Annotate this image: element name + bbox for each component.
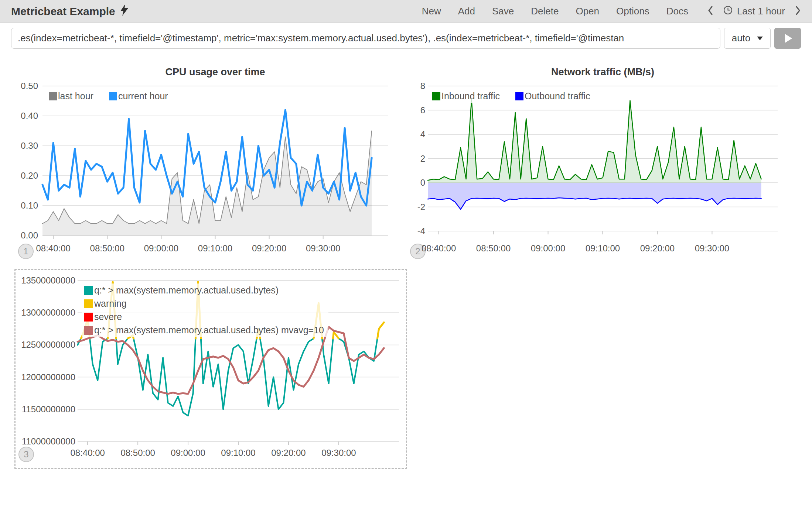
- time-forward-chevron-icon[interactable]: [795, 6, 801, 17]
- legend-item[interactable]: warning: [84, 298, 324, 309]
- open-button[interactable]: Open: [576, 6, 599, 17]
- x-tick-label: 09:20:00: [252, 243, 286, 254]
- dashboard-title: Metricbeat Example: [11, 5, 115, 18]
- legend-item[interactable]: Inbound traffic: [432, 91, 500, 102]
- legend-swatch-icon: [84, 299, 93, 308]
- lightning-bolt-icon: [120, 4, 128, 18]
- x-tick-label: 08:50:00: [476, 243, 511, 254]
- x-tick-label: 09:30:00: [306, 243, 340, 254]
- y-tick-label: 4: [420, 129, 425, 140]
- x-tick-label: 09:30:00: [695, 243, 729, 254]
- y-tick-label: -4: [417, 226, 425, 236]
- new-button[interactable]: New: [422, 6, 441, 17]
- options-button[interactable]: Options: [616, 6, 649, 17]
- x-tick-label: 09:20:00: [640, 243, 675, 254]
- time-range-label: Last 1 hour: [737, 6, 785, 17]
- legend-swatch-icon: [84, 326, 93, 335]
- chart-legend[interactable]: last hourcurrent hour: [47, 89, 173, 103]
- panel-number-badge: 3: [18, 447, 34, 462]
- legend-label: severe: [94, 312, 122, 322]
- interval-value: auto: [732, 32, 751, 44]
- y-tick-label: 11000000000: [22, 436, 75, 447]
- x-tick-label: 08:40:00: [422, 243, 456, 254]
- time-navigation: Last 1 hour: [707, 6, 801, 17]
- x-axis-labels: 08:40:0008:50:0009:00:0009:10:0009:20:00…: [78, 448, 399, 459]
- x-tick-label: 09:10:00: [198, 243, 232, 254]
- y-axis-labels: 0.500.400.300.200.100.00: [11, 86, 38, 236]
- y-tick-label: 13000000000: [21, 307, 75, 318]
- x-tick-label: 09:00:00: [144, 243, 178, 254]
- y-tick-label: 0.10: [21, 200, 38, 211]
- timelion-query-bar: auto: [0, 23, 812, 49]
- x-tick-label: 08:50:00: [120, 448, 155, 458]
- legend-label: q:* > max(system.memory.actual.used.byte…: [94, 285, 279, 296]
- x-tick-label: 09:20:00: [271, 448, 306, 458]
- legend-item[interactable]: Outbound traffic: [515, 91, 590, 102]
- x-tick-label: 09:00:00: [531, 243, 565, 254]
- chart-title: CPU usage over time: [42, 66, 388, 78]
- legend-label: warning: [94, 298, 127, 309]
- toolbar-nav: New Add Save Delete Open Options Docs La…: [422, 6, 801, 17]
- y-tick-label: 13500000000: [21, 275, 75, 286]
- y-tick-label: 2: [420, 154, 425, 164]
- y-tick-label: -2: [417, 202, 425, 212]
- legend-label: Outbound traffic: [525, 91, 590, 102]
- x-tick-label: 09:00:00: [171, 448, 205, 458]
- legend-label: q:* > max(system.memory.actual.used.byte…: [94, 325, 324, 336]
- chart-legend[interactable]: q:* > max(system.memory.actual.used.byte…: [82, 283, 328, 337]
- plot-area[interactable]: [42, 86, 388, 236]
- interval-select[interactable]: auto: [724, 28, 771, 49]
- legend-swatch-icon: [84, 313, 93, 322]
- legend-item[interactable]: q:* > max(system.memory.actual.used.byte…: [84, 325, 324, 336]
- y-tick-label: 0.00: [21, 230, 38, 241]
- legend-item[interactable]: current hour: [109, 91, 168, 102]
- time-picker-button[interactable]: Last 1 hour: [723, 6, 785, 17]
- legend-swatch-icon: [84, 286, 93, 295]
- delete-button[interactable]: Delete: [531, 6, 559, 17]
- play-icon: [785, 34, 792, 43]
- panel-number-badge: 1: [18, 244, 34, 259]
- y-tick-label: 0.30: [21, 141, 38, 151]
- legend-swatch-icon: [49, 92, 57, 100]
- legend-label: Inbound traffic: [441, 91, 500, 102]
- legend-swatch-icon: [109, 92, 117, 100]
- y-tick-label: 12500000000: [21, 340, 75, 350]
- legend-swatch-icon: [515, 92, 523, 100]
- x-axis-labels: 08:40:0008:50:0009:00:0009:10:0009:20:00…: [428, 243, 778, 254]
- y-tick-label: 12000000000: [21, 372, 75, 382]
- x-tick-label: 08:40:00: [70, 448, 105, 458]
- page-title: Metricbeat Example: [11, 4, 128, 18]
- y-tick-label: 8: [420, 81, 425, 91]
- legend-label: current hour: [118, 91, 168, 102]
- run-query-button[interactable]: [774, 28, 801, 49]
- x-tick-label: 08:50:00: [90, 243, 124, 254]
- plot-area[interactable]: [428, 86, 778, 231]
- legend-item[interactable]: severe: [84, 312, 324, 322]
- chevron-down-icon: [757, 37, 763, 40]
- x-axis-labels: 08:40:0008:50:0009:00:0009:10:0009:20:00…: [42, 243, 388, 254]
- chart-legend[interactable]: Inbound trafficOutbound traffic: [430, 89, 594, 103]
- cpu-usage-chart-panel: CPU usage over time 0.500.400.300.200.10…: [11, 63, 388, 270]
- x-tick-label: 09:10:00: [221, 448, 255, 458]
- y-tick-label: 6: [420, 105, 425, 116]
- network-traffic-chart-panel: Network traffic (MB/s) 86420-2-4 Inbound…: [414, 63, 787, 270]
- docs-button[interactable]: Docs: [666, 6, 688, 17]
- y-tick-label: 11500000000: [22, 404, 75, 415]
- y-tick-label: 0.50: [21, 81, 38, 91]
- x-tick-label: 09:30:00: [321, 448, 356, 458]
- y-axis-labels: 86420-2-4: [414, 86, 425, 231]
- legend-label: last hour: [58, 91, 93, 102]
- x-tick-label: 08:40:00: [36, 243, 71, 254]
- chart-title: Network traffic (MB/s): [428, 66, 778, 78]
- time-back-chevron-icon[interactable]: [707, 6, 713, 17]
- timelion-expression-input[interactable]: [11, 28, 720, 49]
- legend-item[interactable]: q:* > max(system.memory.actual.used.byte…: [84, 285, 324, 296]
- save-button[interactable]: Save: [492, 6, 514, 17]
- y-tick-label: 0: [420, 178, 425, 188]
- legend-item[interactable]: last hour: [49, 91, 93, 102]
- y-tick-label: 0.40: [21, 111, 38, 121]
- x-tick-label: 09:10:00: [586, 243, 620, 254]
- y-tick-label: 0.20: [21, 171, 38, 181]
- add-button[interactable]: Add: [458, 6, 475, 17]
- memory-usage-chart-panel-selected[interactable]: 1350000000013000000000125000000001200000…: [14, 269, 407, 469]
